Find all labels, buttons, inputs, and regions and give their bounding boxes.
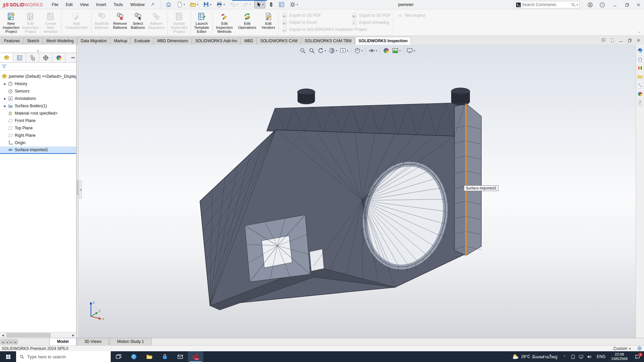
close-doc-button[interactable] (636, 38, 641, 43)
search-icon[interactable] (571, 2, 576, 7)
view-palette-button[interactable] (637, 82, 643, 88)
model-tab-motion-study-1[interactable]: Motion Study 1 (109, 338, 152, 345)
new-document-button[interactable]: ▾ (175, 1, 186, 8)
ribbon-select-balloons-button[interactable]: 11SelectBalloons (129, 10, 146, 36)
last-tab-icon[interactable]: ▶| (14, 340, 18, 344)
dropdown-caret-icon[interactable]: ▾ (236, 3, 238, 6)
panel-horizontal-scrollbar[interactable]: ◀ ▶ (0, 332, 76, 338)
next-tab-icon[interactable]: ▶ (9, 340, 13, 344)
expander-icon[interactable]: ▶ (3, 97, 7, 100)
panel-grip[interactable] (0, 45, 76, 53)
tab-evaluate[interactable]: Evaluate (131, 37, 153, 45)
search-caret-icon[interactable]: ▾ (577, 3, 578, 6)
ribbon-edit-operations-button[interactable]: EditOperations (235, 10, 259, 36)
tree-item-front-plane[interactable]: Front Plane (0, 117, 76, 124)
menu-tools[interactable]: Tools (110, 1, 126, 9)
menu-insert[interactable]: Insert (92, 1, 110, 9)
scroll-left-icon[interactable]: ◀ (0, 333, 6, 338)
tab-data-migration[interactable]: Data Migration (77, 37, 110, 45)
scroll-right-icon[interactable]: ▶ (70, 333, 76, 338)
tree-item-annotations[interactable]: ▶AAnnotations (0, 95, 76, 102)
graphics-viewport[interactable]: ▾▾A▾▾▾▾▾ (79, 45, 636, 338)
ribbon-edit-vendors-button[interactable]: EditVendors (259, 10, 277, 36)
clock[interactable]: 22:08 19/6/2568 (608, 352, 631, 361)
ribbon-collapse-chevron[interactable]: ⌃ (638, 31, 641, 35)
dropdown-caret-icon[interactable]: ▾ (197, 3, 198, 6)
start-button[interactable] (0, 351, 16, 362)
tab-scroll-left-icon[interactable]: ◀ (71, 56, 72, 59)
home-button[interactable] (164, 1, 173, 8)
minimize-button[interactable] (610, 1, 619, 9)
pin-icon[interactable] (150, 2, 155, 7)
tab-markup[interactable]: Markup (110, 37, 130, 45)
filter-funnel-icon[interactable] (1, 64, 7, 69)
restore-button[interactable] (623, 1, 631, 9)
minimize-doc-button[interactable] (618, 38, 624, 43)
panel-splitter[interactable] (76, 45, 78, 338)
tab-solidworks-cam-tbm[interactable]: SOLIDWORKS CAM TBM (301, 37, 355, 45)
panel-tab-scroll-arrows[interactable]: ◀▶ (65, 53, 76, 62)
tab-mbd-dimensions[interactable]: MBD Dimensions (154, 37, 192, 45)
tab-scroll-right-icon[interactable]: ▶ (73, 56, 75, 59)
dropdown-caret-icon[interactable]: ▾ (183, 3, 185, 6)
file-properties-button[interactable] (277, 1, 286, 8)
dropdown-caret-icon[interactable]: ▾ (210, 3, 211, 6)
new-window-button[interactable] (609, 38, 615, 43)
globe-icon[interactable] (637, 346, 642, 351)
select-button[interactable]: ▾ (254, 1, 265, 8)
tree-item-surface-bodies-1-[interactable]: ▶Surface Bodies(1) (0, 102, 76, 110)
panel-tab-propertymanager[interactable] (13, 53, 26, 62)
tab-solidworks-add-ins[interactable]: SOLIDWORKS Add-Ins (192, 37, 240, 45)
command-search[interactable]: ▾ (514, 1, 580, 8)
menu-view[interactable]: View (76, 1, 93, 9)
print-button[interactable]: ▾ (215, 1, 226, 8)
weather-widget[interactable]: 26°C มีเมฆส่วนใหญ่ (508, 353, 561, 360)
restore-doc-button[interactable] (627, 38, 633, 43)
taskbar-edge-button[interactable] (126, 351, 142, 362)
panel-tab-displaymanager[interactable] (52, 53, 65, 62)
tree-item-material-not-specified-[interactable]: Material <not specified> (0, 110, 76, 117)
search-commands-input[interactable] (521, 2, 571, 7)
action-center[interactable]: 2 (631, 351, 644, 362)
appearances-scenes-button[interactable] (637, 91, 643, 97)
tab-features[interactable]: Features (1, 37, 23, 45)
solidworks-resources-button[interactable] (637, 56, 643, 62)
tree-item-top-plane[interactable]: Top Plane (0, 124, 76, 132)
ribbon-remove-balloons-button[interactable]: 11RemoveBalloons (111, 10, 129, 36)
language-indicator[interactable]: ENG (594, 354, 608, 359)
expander-icon[interactable]: ▶ (3, 105, 7, 108)
tree-item-origin[interactable]: Origin (0, 139, 76, 146)
tray-monitor-icon[interactable] (579, 354, 584, 359)
tree-item-surface-imported1[interactable]: Surface-Imported1 (0, 146, 76, 154)
tab-mbd[interactable]: MBD (241, 37, 257, 45)
save-button[interactable]: ▾ (202, 1, 213, 8)
dropdown-caret-icon[interactable]: ▾ (262, 3, 264, 6)
tab-mesh-modeling[interactable]: Mesh Modeling (43, 37, 77, 45)
panel-tab-dimxpertmanager[interactable] (39, 53, 52, 62)
panel-tab-configurationmanager[interactable] (26, 53, 39, 62)
tree-item-history[interactable]: ▶History (0, 80, 76, 87)
tray-tablet-icon[interactable] (571, 354, 576, 359)
taskbar-mail-button[interactable] (172, 351, 188, 362)
tree-item-sensors[interactable]: Sensors (0, 87, 76, 95)
previous-window-button[interactable] (601, 38, 606, 43)
units-selector[interactable]: Custom▲ (613, 346, 631, 351)
dropdown-caret-icon[interactable]: ▾ (297, 3, 298, 6)
menu-edit[interactable]: Edit (62, 1, 76, 9)
tree-item-right-plane[interactable]: Right Plane (0, 132, 76, 139)
tray-expand-chevron[interactable]: ⌃ (561, 355, 568, 359)
options-button[interactable]: ▾ (288, 1, 299, 8)
help-button[interactable]: ? (598, 1, 606, 9)
model-tab-3d-views[interactable]: 3D Views (77, 338, 109, 345)
design-library-button[interactable] (637, 65, 643, 71)
tree-root[interactable]: pwmeter (Default) <<Default>_Display (0, 73, 76, 80)
taskbar-file-explorer-app-button[interactable] (142, 351, 157, 362)
taskbar-store-button[interactable] (157, 351, 172, 362)
first-tab-icon[interactable]: |◀ (1, 340, 5, 344)
tab-solidworks-inspection[interactable]: SOLIDWORKS Inspection (355, 37, 411, 45)
ribbon-launch-template-editor-button[interactable]: LaunchTemplateEditor (192, 10, 211, 36)
taskbar-task-view-button[interactable] (111, 351, 126, 362)
marketplace-button[interactable] (637, 47, 643, 54)
tab-solidworks-cam[interactable]: SOLIDWORKS CAM (257, 37, 301, 45)
user-account-button[interactable] (586, 1, 594, 9)
